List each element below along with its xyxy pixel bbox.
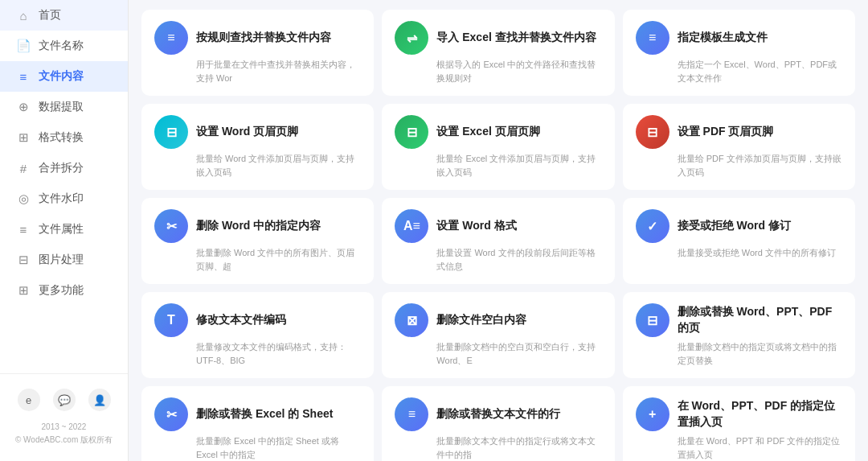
card-header-rule-replace: ≡ 按规则查找并替换文件内容 — [154, 21, 361, 55]
sidebar-label-formatconv: 格式转换 — [39, 130, 84, 145]
card-pdf-header-footer[interactable]: ⊟ 设置 PDF 页眉页脚 批量给 PDF 文件添加页眉与页脚，支持嵌入页码 — [623, 104, 855, 190]
sidebar-item-formatconv[interactable]: ⊞ 格式转换 — [0, 122, 128, 153]
card-header-excel-import-replace: ⇌ 导入 Excel 查找并替换文件内容 — [395, 21, 601, 55]
card-icon-excel-header-footer: ⊟ — [395, 115, 428, 149]
card-insert-page[interactable]: + 在 Word、PPT、PDF 的指定位置插入页 批量在 Word、PPT 和… — [623, 386, 855, 461]
card-desc-excel-header-footer: 批量给 Excel 文件添加页眉与页脚，支持嵌入页码 — [436, 152, 601, 179]
card-icon-text-encoding: T — [154, 303, 188, 337]
card-word-delete-content[interactable]: ✂ 删除 Word 中的指定内容 批量删除 Word 文件中的所有图片、页眉页脚… — [141, 198, 374, 284]
sidebar-item-imgproc[interactable]: ⊟ 图片处理 — [0, 245, 128, 275]
card-icon-word-delete-content: ✂ — [154, 209, 188, 243]
card-desc-pdf-header-footer: 批量给 PDF 文件添加页眉与页脚，支持嵌入页码 — [678, 152, 842, 179]
dataextract-icon: ⊕ — [16, 100, 31, 114]
browser-icon[interactable]: e — [18, 389, 40, 411]
card-desc-text-encoding: 批量修改文本文件的编码格式，支持：UTF-8、BIG — [196, 340, 361, 367]
watermark-icon: ◎ — [16, 191, 31, 206]
card-desc-word-set-format: 批量设置 Word 文件的段前段后间距等格式信息 — [436, 246, 601, 273]
sidebar-label-filename: 文件名称 — [39, 39, 84, 53]
sidebar-item-watermark[interactable]: ◎ 文件水印 — [0, 183, 128, 214]
card-desc-word-delete-content: 批量删除 Word 文件中的所有图片、页眉页脚、超 — [196, 246, 361, 273]
card-header-word-header-footer: ⊟ 设置 Word 页眉页脚 — [154, 115, 361, 149]
card-delete-excel-sheet[interactable]: ✂ 删除或替换 Excel 的 Sheet 批量删除 Excel 中的指定 Sh… — [141, 386, 374, 461]
card-header-word-delete-content: ✂ 删除 Word 中的指定内容 — [154, 209, 361, 243]
card-header-delete-excel-sheet: ✂ 删除或替换 Excel 的 Sheet — [154, 397, 361, 431]
card-title-excel-header-footer: 设置 Excel 页眉页脚 — [436, 124, 539, 140]
card-text-encoding[interactable]: T 修改文本文件编码 批量修改文本文件的编码格式，支持：UTF-8、BIG — [141, 292, 374, 378]
card-header-delete-blank: ⊠ 删除文件空白内容 — [395, 303, 601, 337]
card-excel-header-footer[interactable]: ⊟ 设置 Excel 页眉页脚 批量给 Excel 文件添加页眉与页脚，支持嵌入… — [382, 104, 614, 190]
card-rule-replace[interactable]: ≡ 按规则查找并替换文件内容 用于批量在文件中查找并替换相关内容，支持 Wor — [141, 10, 374, 96]
filename-icon: 📄 — [16, 39, 31, 53]
card-desc-template-gen: 先指定一个 Excel、Word、PPT、PDF或文本文件作 — [678, 58, 842, 84]
sidebar-item-filename[interactable]: 📄 文件名称 — [0, 31, 128, 61]
card-title-pdf-header-footer: 设置 PDF 页眉页脚 — [678, 124, 774, 140]
sidebar-item-fileattr[interactable]: ≡ 文件属性 — [0, 214, 128, 245]
card-icon-delete-blank: ⊠ — [395, 303, 428, 337]
sidebar-label-home: 首页 — [39, 8, 61, 23]
card-title-text-encoding: 修改文本文件编码 — [196, 312, 286, 328]
card-icon-template-gen: ≡ — [636, 21, 669, 55]
card-desc-delete-replace-page: 批量删除文档中的指定页或将文档中的指定页替换 — [678, 340, 842, 367]
card-word-header-footer[interactable]: ⊟ 设置 Word 页眉页脚 批量给 Word 文件添加页眉与页脚，支持嵌入页码 — [141, 104, 374, 190]
card-header-insert-page: + 在 Word、PPT、PDF 的指定位置插入页 — [636, 397, 842, 431]
sidebar-item-dataextract[interactable]: ⊕ 数据提取 — [0, 92, 128, 122]
card-title-insert-page: 在 Word、PPT、PDF 的指定位置插入页 — [678, 398, 842, 430]
card-title-delete-replace-page: 删除或替换 Word、PPT、PDF 的页 — [678, 304, 842, 335]
chat-icon[interactable]: 💬 — [53, 389, 76, 411]
sidebar-label-mergesplit: 合并拆分 — [39, 161, 84, 175]
sidebar-label-watermark: 文件水印 — [39, 191, 84, 206]
sidebar-item-mergesplit[interactable]: # 合并拆分 — [0, 153, 128, 183]
card-header-text-encoding: T 修改文本文件编码 — [154, 303, 361, 337]
sidebar-item-home[interactable]: ⌂ 首页 — [0, 0, 128, 31]
card-delete-replace-page[interactable]: ⊟ 删除或替换 Word、PPT、PDF 的页 批量删除文档中的指定页或将文档中… — [623, 292, 855, 378]
card-title-word-delete-content: 删除 Word 中的指定内容 — [196, 218, 321, 234]
card-desc-word-accept-reject: 批量接受或拒绝 Word 文件中的所有修订 — [678, 246, 842, 260]
card-excel-import-replace[interactable]: ⇌ 导入 Excel 查找并替换文件内容 根据导入的 Excel 中的文件路径和… — [382, 10, 614, 96]
sidebar-label-dataextract: 数据提取 — [39, 100, 84, 114]
card-icon-delete-excel-sheet: ✂ — [154, 397, 188, 431]
sidebar-item-filecontent[interactable]: ≡ 文件内容 — [0, 61, 128, 92]
card-header-excel-header-footer: ⊟ 设置 Excel 页眉页脚 — [395, 115, 601, 149]
sidebar-label-filecontent: 文件内容 — [39, 69, 84, 84]
sidebar-bottom: e 💬 👤 2013 ~ 2022 © WodeABC.com 版权所有 — [0, 373, 128, 461]
sidebar-item-more[interactable]: ⊞ 更多功能 — [0, 275, 128, 306]
filecontent-icon: ≡ — [16, 70, 31, 84]
card-icon-rule-replace: ≡ — [154, 21, 188, 55]
formatconv-icon: ⊞ — [16, 130, 31, 145]
card-header-word-accept-reject: ✓ 接受或拒绝 Word 修订 — [636, 209, 842, 243]
card-template-gen[interactable]: ≡ 指定模板生成文件 先指定一个 Excel、Word、PPT、PDF或文本文件… — [623, 10, 855, 96]
imgproc-icon: ⊟ — [16, 253, 31, 267]
card-title-delete-text-row: 删除或替换文本文件的行 — [436, 406, 560, 422]
card-icon-word-set-format: A≡ — [395, 209, 428, 243]
card-delete-text-row[interactable]: ≡ 删除或替换文本文件的行 批量删除文本文件中的指定行或将文本文件中的指 — [382, 386, 614, 461]
card-desc-excel-import-replace: 根据导入的 Excel 中的文件路径和查找替换规则对 — [436, 58, 601, 84]
card-desc-word-header-footer: 批量给 Word 文件添加页眉与页脚，支持嵌入页码 — [196, 152, 361, 179]
card-header-template-gen: ≡ 指定模板生成文件 — [636, 21, 842, 55]
card-icon-word-accept-reject: ✓ — [636, 209, 669, 243]
sidebar-label-fileattr: 文件属性 — [39, 222, 84, 237]
home-icon: ⌂ — [16, 9, 31, 23]
copyright: 2013 ~ 2022 © WodeABC.com 版权所有 — [0, 418, 128, 453]
cards-grid: ≡ 按规则查找并替换文件内容 用于批量在文件中查找并替换相关内容，支持 Wor … — [141, 10, 855, 461]
card-word-set-format[interactable]: A≡ 设置 Word 格式 批量设置 Word 文件的段前段后间距等格式信息 — [382, 198, 614, 284]
card-desc-rule-replace: 用于批量在文件中查找并替换相关内容，支持 Wor — [196, 58, 361, 84]
card-desc-delete-excel-sheet: 批量删除 Excel 中的指定 Sheet 或将 Excel 中的指定 — [196, 434, 361, 461]
card-title-word-set-format: 设置 Word 格式 — [436, 218, 516, 234]
card-header-word-set-format: A≡ 设置 Word 格式 — [395, 209, 601, 243]
card-title-word-header-footer: 设置 Word 页眉页脚 — [196, 124, 298, 140]
card-word-accept-reject[interactable]: ✓ 接受或拒绝 Word 修订 批量接受或拒绝 Word 文件中的所有修订 — [623, 198, 855, 284]
card-delete-blank[interactable]: ⊠ 删除文件空白内容 批量删除文档中的空白页和空白行，支持 Word、E — [382, 292, 614, 378]
card-header-pdf-header-footer: ⊟ 设置 PDF 页眉页脚 — [636, 115, 842, 149]
card-desc-insert-page: 批量在 Word、PPT 和 PDF 文件的指定位置插入页 — [678, 434, 842, 461]
more-icon: ⊞ — [16, 283, 31, 298]
card-icon-delete-text-row: ≡ — [395, 397, 428, 431]
mergesplit-icon: # — [16, 162, 31, 175]
sidebar-bottom-actions: e 💬 👤 — [0, 382, 128, 418]
user-icon[interactable]: 👤 — [88, 389, 111, 411]
card-title-rule-replace: 按规则查找并替换文件内容 — [196, 30, 331, 46]
sidebar-label-imgproc: 图片处理 — [39, 253, 84, 267]
card-icon-word-header-footer: ⊟ — [154, 115, 188, 149]
card-title-template-gen: 指定模板生成文件 — [678, 30, 768, 46]
card-icon-insert-page: + — [636, 397, 669, 431]
card-title-excel-import-replace: 导入 Excel 查找并替换文件内容 — [436, 30, 596, 46]
